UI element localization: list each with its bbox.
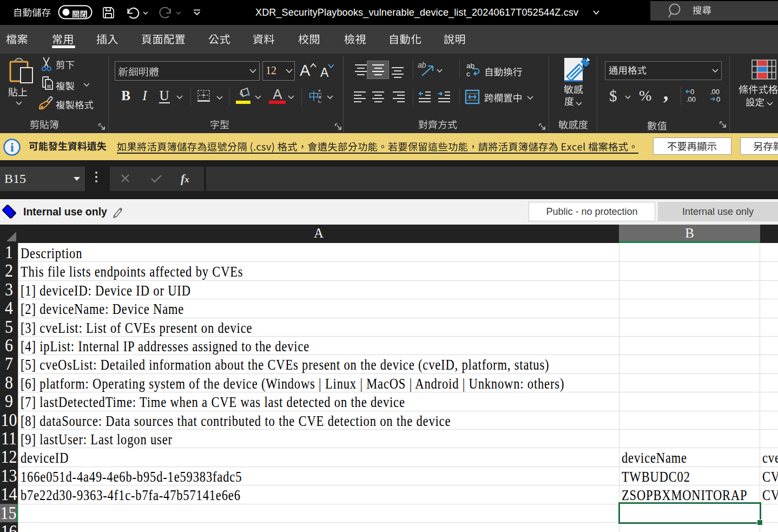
svg-text:0: 0 [716, 95, 720, 103]
svg-text:.00: .00 [686, 95, 696, 103]
svg-text:ab: ab [418, 61, 426, 69]
svg-text:0: 0 [690, 88, 694, 96]
svg-text:.00: .00 [710, 88, 720, 96]
svg-text:c: c [466, 70, 470, 78]
